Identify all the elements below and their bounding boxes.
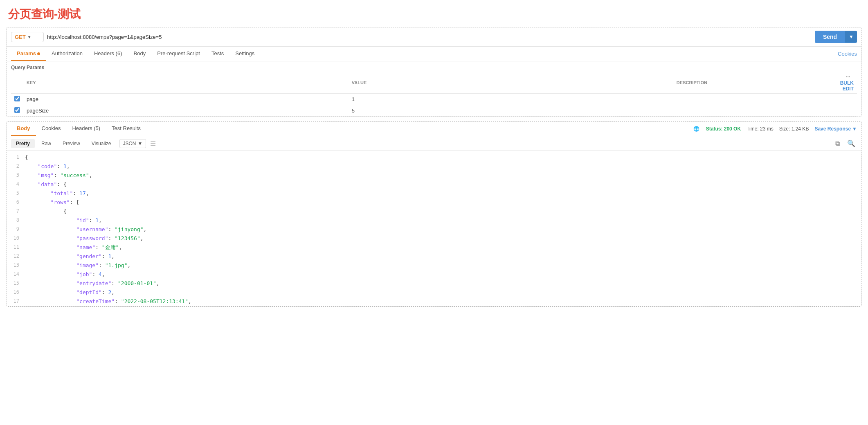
query-params-title: Query Params <box>11 65 857 70</box>
method-label: GET <box>15 34 26 40</box>
tab-prerequest[interactable]: Pre-request Script <box>151 47 206 61</box>
copy-button[interactable]: ⧉ <box>834 139 841 148</box>
save-response-label: Save Response <box>814 126 851 132</box>
code-area: 1 { 2 "code": 1, 3 "msg": "success", 4 "… <box>7 151 861 306</box>
globe-icon: 🌐 <box>693 126 699 132</box>
tab-tests-label: Tests <box>211 50 224 56</box>
code-line-4: 4 "data": { <box>7 180 861 189</box>
code-scroll[interactable]: 1 { 2 "code": 1, 3 "msg": "success", 4 "… <box>7 151 861 306</box>
tab-tests[interactable]: Tests <box>206 47 229 61</box>
format-tab-visualize[interactable]: Visualize <box>87 139 116 148</box>
code-line-8: 8 "id": 1, <box>7 216 861 225</box>
param-value-1[interactable]: 5 <box>349 105 673 117</box>
param-value-0[interactable]: 1 <box>349 94 673 105</box>
table-row: page 1 <box>11 94 857 105</box>
params-dot <box>37 52 40 55</box>
code-line-14: 14 "job": 4, <box>7 270 861 279</box>
code-line-11: 11 "name": "金庸", <box>7 243 861 252</box>
table-row: pageSize 5 <box>11 105 857 117</box>
tab-body[interactable]: Body <box>128 47 152 61</box>
code-line-16: 16 "deptId": 2, <box>7 288 861 297</box>
json-format-select[interactable]: JSON ▼ <box>119 139 146 148</box>
tab-settings-label: Settings <box>235 50 254 56</box>
send-main-button[interactable]: Send <box>815 31 845 43</box>
response-container: Body Cookies Headers (5) Test Results 🌐 … <box>7 121 861 307</box>
tab-headers-label: Headers (6) <box>94 50 122 56</box>
tab-authorization[interactable]: Authorization <box>46 47 88 61</box>
tab-prerequest-label: Pre-request Script <box>157 50 200 56</box>
cookies-link[interactable]: Cookies <box>838 47 857 61</box>
json-format-label: JSON <box>123 141 136 146</box>
code-line-9: 9 "username": "jinyong", <box>7 225 861 234</box>
response-tab-body[interactable]: Body <box>11 121 36 136</box>
response-tab-test-results[interactable]: Test Results <box>106 121 146 136</box>
chevron-down-icon: ▼ <box>27 35 31 39</box>
code-line-17: 17 "createTime": "2022-08-05T12:13:41", <box>7 297 861 306</box>
col-desc-header: DESCRIPTION <box>673 72 837 94</box>
param-desc-0[interactable] <box>673 94 837 105</box>
param-checkbox-0[interactable] <box>14 96 20 101</box>
code-line-12: 12 "gender": 1, <box>7 252 861 261</box>
response-actions: ⧉ 🔍 <box>834 139 857 148</box>
request-tabs: Params Authorization Headers (6) Body Pr… <box>11 47 260 61</box>
tab-params-label: Params <box>17 50 36 56</box>
bulk-edit-button[interactable]: Bulk Edit <box>840 80 854 92</box>
page-title: 分页查询-测试 <box>0 0 868 27</box>
code-line-15: 15 "entrydate": "2000-01-01", <box>7 279 861 288</box>
param-checkbox-1[interactable] <box>14 107 20 113</box>
col-key-header: KEY <box>23 72 349 94</box>
response-size: Size: 1.24 KB <box>779 126 809 132</box>
save-response-chevron: ▼ <box>852 126 857 132</box>
code-line-5: 5 "total": 17, <box>7 189 861 198</box>
send-dropdown-button[interactable]: ▼ <box>845 31 857 43</box>
code-line-13: 13 "image": "1.jpg", <box>7 261 861 270</box>
format-row: Pretty Raw Preview Visualize JSON ▼ ☰ ⧉ … <box>7 136 861 151</box>
code-line-10: 10 "password": "123456", <box>7 234 861 243</box>
request-tabs-row: Params Authorization Headers (6) Body Pr… <box>7 47 861 61</box>
param-key-0[interactable]: page <box>23 94 349 105</box>
code-wrapper: 1 { 2 "code": 1, 3 "msg": "success", 4 "… <box>7 151 861 306</box>
search-button[interactable]: 🔍 <box>846 139 857 148</box>
param-key-1[interactable]: pageSize <box>23 105 349 117</box>
response-time: Time: 23 ms <box>747 126 774 132</box>
format-tab-pretty[interactable]: Pretty <box>11 139 35 148</box>
format-tab-raw[interactable]: Raw <box>36 139 56 148</box>
params-table: KEY VALUE DESCRIPTION ··· Bulk Edit page… <box>11 72 857 117</box>
code-line-6: 6 "rows": [ <box>7 198 861 207</box>
col-value-header: VALUE <box>349 72 673 94</box>
request-container: GET ▼ Send ▼ Params Authorization Header… <box>7 27 861 117</box>
response-tab-headers[interactable]: Headers (5) <box>66 121 106 136</box>
send-button[interactable]: Send ▼ <box>815 31 857 43</box>
tab-authorization-label: Authorization <box>52 50 83 56</box>
ellipsis-icon[interactable]: ··· <box>846 74 850 80</box>
url-bar: GET ▼ Send ▼ <box>7 27 861 47</box>
param-desc-1[interactable] <box>673 105 837 117</box>
tab-params[interactable]: Params <box>11 47 46 61</box>
tab-settings[interactable]: Settings <box>229 47 260 61</box>
tab-body-label: Body <box>134 50 146 56</box>
method-select[interactable]: GET ▼ <box>11 32 44 42</box>
response-tab-cookies[interactable]: Cookies <box>36 121 67 136</box>
code-line-1: 1 { <box>7 153 861 162</box>
filter-icon[interactable]: ☰ <box>150 139 156 147</box>
col-actions-header: ··· Bulk Edit <box>837 72 857 94</box>
code-line-2: 2 "code": 1, <box>7 162 861 171</box>
status-badge: Status: 200 OK <box>706 126 741 132</box>
json-format-chevron: ▼ <box>138 141 143 146</box>
code-line-3: 3 "msg": "success", <box>7 171 861 180</box>
query-params-section: Query Params KEY VALUE DESCRIPTION ··· B… <box>7 61 861 117</box>
url-input[interactable] <box>47 32 812 42</box>
response-header: Body Cookies Headers (5) Test Results 🌐 … <box>7 121 861 136</box>
code-line-7: 7 { <box>7 207 861 216</box>
response-meta: 🌐 Status: 200 OK Time: 23 ms Size: 1.24 … <box>693 126 857 132</box>
format-tab-preview[interactable]: Preview <box>58 139 85 148</box>
tab-headers[interactable]: Headers (6) <box>88 47 128 61</box>
col-check-header <box>11 72 23 94</box>
save-response-button[interactable]: Save Response ▼ <box>814 126 857 132</box>
response-tabs: Body Cookies Headers (5) Test Results <box>11 121 146 136</box>
